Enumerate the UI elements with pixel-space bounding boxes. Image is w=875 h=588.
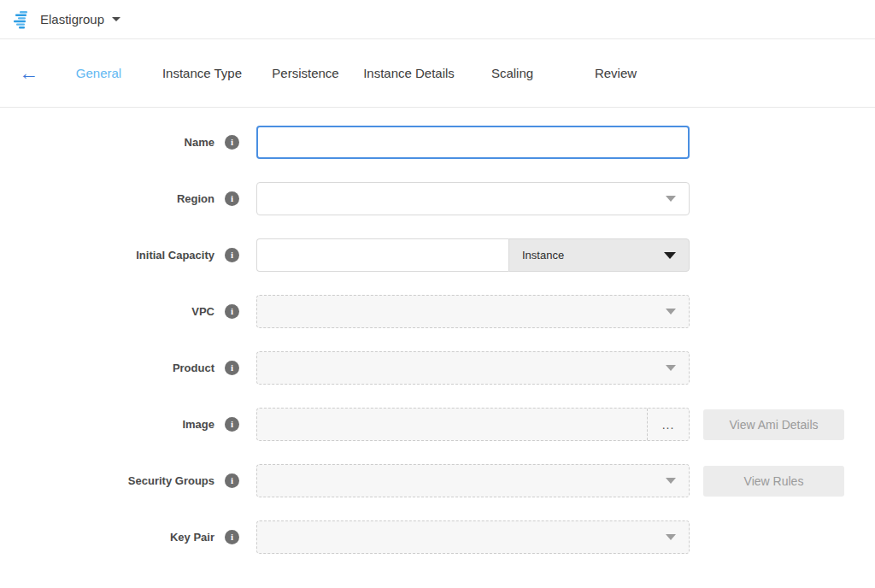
chevron-down-icon	[112, 17, 120, 21]
tab-instance-details[interactable]: Instance Details	[357, 66, 461, 80]
wizard-tabs: General Instance Type Persistence Instan…	[47, 66, 667, 80]
chevron-down-icon	[666, 196, 676, 202]
form-row-name: Name i	[0, 126, 875, 159]
chevron-down-icon	[666, 534, 676, 540]
tab-instance-type[interactable]: Instance Type	[150, 66, 254, 80]
elastigroup-logo-icon	[12, 9, 32, 30]
vpc-label: VPC	[0, 305, 214, 318]
form-row-initial-capacity: Initial Capacity i Instance	[0, 238, 875, 272]
security-groups-info-icon[interactable]: i	[225, 473, 239, 488]
tab-review[interactable]: Review	[564, 66, 667, 80]
chevron-down-icon	[666, 309, 676, 315]
view-rules-button[interactable]: View Rules	[703, 466, 844, 497]
product-select[interactable]	[256, 351, 690, 385]
vpc-info-icon[interactable]: i	[225, 304, 239, 319]
tab-scaling[interactable]: Scaling	[461, 66, 564, 80]
general-settings-form: Name i Region i Initial Capacity i Insta…	[0, 108, 875, 554]
form-row-product: Product i	[0, 351, 875, 385]
initial-capacity-group: Instance	[256, 238, 690, 272]
app-header: Elastigroup	[0, 0, 875, 39]
tab-persistence[interactable]: Persistence	[254, 66, 357, 80]
initial-capacity-info-icon[interactable]: i	[225, 248, 239, 262]
chevron-down-icon	[666, 478, 676, 484]
capacity-unit-value: Instance	[522, 249, 564, 262]
form-row-security-groups: Security Groups i View Rules	[0, 464, 875, 497]
image-browse-button[interactable]: ...	[647, 409, 689, 440]
image-info-icon[interactable]: i	[225, 417, 239, 432]
product-switcher[interactable]: Elastigroup	[40, 12, 120, 26]
key-pair-label: Key Pair	[0, 531, 214, 544]
initial-capacity-input[interactable]	[256, 238, 508, 272]
vpc-select[interactable]	[256, 295, 690, 328]
region-label: Region	[0, 192, 214, 205]
security-groups-select[interactable]	[256, 464, 690, 497]
name-input[interactable]	[256, 126, 690, 159]
name-info-icon[interactable]: i	[225, 135, 239, 150]
form-row-vpc: VPC i	[0, 295, 875, 328]
initial-capacity-label: Initial Capacity	[0, 249, 214, 262]
capacity-unit-select[interactable]: Instance	[508, 238, 690, 272]
back-arrow-button[interactable]: ←	[19, 63, 44, 83]
product-info-icon[interactable]: i	[225, 361, 239, 375]
product-name: Elastigroup	[40, 12, 104, 26]
image-label: Image	[0, 418, 214, 431]
wizard-tab-bar: ← General Instance Type Persistence Inst…	[0, 39, 875, 108]
region-select[interactable]	[256, 182, 690, 215]
name-label: Name	[0, 136, 214, 149]
chevron-down-icon	[666, 365, 676, 371]
region-info-icon[interactable]: i	[225, 191, 239, 206]
key-pair-info-icon[interactable]: i	[225, 530, 239, 544]
form-row-key-pair: Key Pair i	[0, 520, 875, 554]
chevron-down-icon	[664, 252, 676, 259]
product-label: Product	[0, 362, 214, 374]
key-pair-select[interactable]	[256, 520, 690, 554]
image-input-group: ...	[256, 408, 690, 441]
view-ami-details-button[interactable]: View Ami Details	[703, 409, 844, 440]
image-value	[257, 409, 647, 440]
form-row-image: Image i ... View Ami Details	[0, 408, 875, 441]
security-groups-label: Security Groups	[0, 474, 214, 487]
form-row-region: Region i	[0, 182, 875, 215]
tab-general[interactable]: General	[47, 66, 150, 80]
